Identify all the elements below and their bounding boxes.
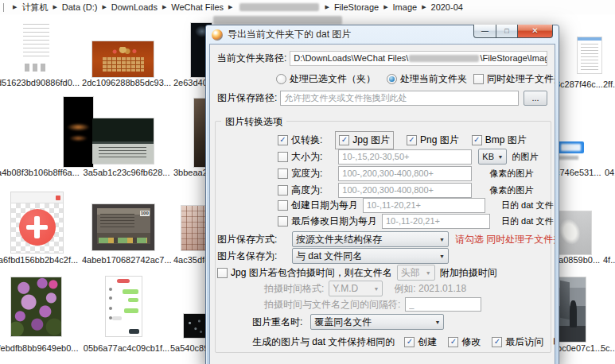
redacted-path-segment (409, 55, 479, 62)
size-unit-select[interactable]: KB ▼ (478, 149, 507, 165)
duplicate-name-row: 图片重名时: 覆盖同名文件 ▼ (252, 314, 444, 330)
checkbox-icon (473, 74, 484, 84)
file-thumbnail-gray-object[interactable] (557, 211, 591, 254)
keep-modify-checkbox[interactable]: ✓ 修改 (448, 335, 481, 349)
breadcrumb-item-computer[interactable]: 计算机 (21, 2, 48, 14)
file-thumbnail-document-photo[interactable] (92, 118, 154, 164)
modified-suffix-label: 日的 dat 文件 (501, 215, 553, 227)
save-path-input[interactable] (280, 91, 519, 106)
modified-date-filter-row: 最后修改日期为每月 日的 dat 文件 (278, 213, 553, 229)
maximize-icon: □ (504, 28, 508, 35)
file-name[interactable]: febdfb8bb9649eb0... (0, 343, 86, 353)
jpg-label: Jpg 图片 (352, 134, 390, 147)
created-date-input[interactable] (363, 198, 485, 213)
file-name[interactable]: 4abeb170682742ac7... (82, 255, 171, 265)
height-range-input[interactable] (338, 183, 472, 198)
file-name[interactable]: 8a0859b0... (554, 255, 600, 265)
file-name[interactable]: a6fbd156bb2b4c2f... (0, 255, 86, 265)
height-checkbox[interactable]: 高度为: (278, 184, 322, 197)
chat-avatar-art (109, 307, 112, 310)
file-thumbnail-night-lights[interactable] (64, 97, 93, 167)
breadcrumb-item-filestorage[interactable]: FileStorage (334, 2, 379, 12)
name-mode-select[interactable]: 与 dat 文件同名 ▼ (292, 248, 449, 264)
width-label: 宽度为: (291, 167, 322, 180)
separator-input[interactable] (405, 297, 481, 312)
png-label: Png 图片 (420, 134, 459, 147)
size-checkbox[interactable]: 大小为: (278, 150, 322, 164)
app-titlebar-art (11, 192, 63, 203)
maximize-button[interactable]: □ (496, 25, 518, 38)
png-checkbox[interactable]: ✓ Png 图片 (407, 134, 459, 147)
radio-process-selected[interactable]: 处理已选文件（夹） (276, 72, 376, 86)
file-name[interactable]: 05b6a77ac4c09cb1f... (82, 343, 171, 353)
modified-date-input[interactable] (382, 214, 490, 229)
save-mode-hint: 请勾选 同时处理子文件夹 (455, 233, 555, 246)
file-name[interactable]: c746e531... (555, 168, 601, 177)
created-date-checkbox[interactable]: 创建日期为每月 (278, 199, 358, 212)
breadcrumb-arrow-icon: ▶ (102, 4, 106, 10)
size-filter-row: 大小为: KB ▼ 的图片 (278, 149, 538, 165)
modified-date-label: 最后修改日期为每月 (291, 215, 377, 228)
name-mode-value: 与 dat 文件同名 (296, 250, 436, 263)
breadcrumb-item-redacted-account[interactable] (239, 3, 319, 11)
radio-process-current-folder[interactable]: 处理当前文件夹 (387, 72, 467, 86)
browse-button[interactable]: ... (524, 91, 547, 106)
file-thumbnail-card-photo[interactable]: 100 (92, 204, 154, 250)
width-range-input[interactable] (338, 166, 472, 181)
breadcrumb-arrow-icon: ▶ (228, 4, 232, 10)
file-name[interactable]: 7bc0e07c1... (552, 343, 602, 353)
app-sphere-icon (212, 29, 223, 41)
breadcrumb-item-image[interactable]: Image (393, 2, 418, 12)
file-name[interactable]: 2dc1096288b85dc93... (82, 78, 171, 87)
width-checkbox[interactable]: 宽度为: (278, 167, 322, 180)
file-thumbnail-phone-screenshot[interactable] (578, 37, 601, 73)
file-thumbnail-street-scene[interactable] (559, 277, 586, 342)
exif-time-checkbox[interactable]: Jpg 图片若包含拍摄时间，则在文件名 (217, 266, 392, 280)
only-convert-checkbox[interactable]: ✓ 仅转换: (278, 134, 322, 147)
file-thumbnail-chat-screenshot[interactable] (106, 277, 142, 336)
keep-access-checkbox[interactable]: ✓ 最后访问 (492, 335, 543, 349)
file-name[interactable]: d51623bd90886fd0... (0, 78, 86, 87)
breadcrumb-item-2020-04[interactable]: 2020-04 (431, 2, 463, 12)
file-thumbnail-small-dark[interactable] (184, 314, 205, 338)
file-name[interactable]: 5c... (601, 343, 615, 353)
exif-position-select[interactable]: 头部 ▼ (397, 265, 435, 281)
minimize-button[interactable]: — (473, 25, 496, 38)
export-dat-dialog: 导出当前文件夹下的 dat 图片 — □ ✕ 当前文件夹路径: D:\DownL… (205, 25, 559, 364)
subfolder-checkbox[interactable]: 同时处理子文件夹 (473, 72, 555, 86)
file-name[interactable]: 04... (605, 168, 615, 177)
size-range-input[interactable] (338, 149, 472, 165)
close-button[interactable]: ✕ (518, 25, 553, 38)
current-path-row: 当前文件夹路径: D:\DownLoads\WeChat Files\ \Fil… (217, 50, 547, 66)
time-format-select[interactable]: Y.M.D ▼ (329, 281, 383, 296)
jpg-checkbox[interactable]: ✓ Jpg 图片 (335, 131, 394, 149)
duplicate-name-select[interactable]: 覆盖同名文件 ▼ (310, 314, 444, 330)
file-thumbnail-red-plus[interactable] (11, 192, 63, 253)
file-name[interactable]: 2ff... (603, 79, 615, 89)
file-thumbnail-document[interactable] (19, 19, 54, 78)
file-name[interactable]: 3a5ab1c23c96fb628... (82, 168, 171, 177)
breadcrumb-item-wechat-files[interactable]: WeChat Files (171, 2, 224, 12)
checkbox-icon-checked: ✓ (404, 337, 415, 347)
checkbox-icon (278, 185, 288, 196)
file-thumbnail-orange-keyboard[interactable] (92, 41, 154, 77)
save-mode-select[interactable]: 按源文件夹结构保存 ▼ (292, 231, 449, 247)
modified-date-checkbox[interactable]: 最后修改日期为每月 (278, 215, 377, 228)
keep-create-checkbox[interactable]: ✓ 创建 (404, 335, 437, 349)
keep-timestamps-label: 生成的图片与 dat 文件保持相同的 (252, 335, 395, 349)
breadcrumb-item-downloads[interactable]: DownLoads (111, 2, 158, 12)
exif-position-value: 头部 (401, 266, 422, 280)
window-controls: — □ ✕ (473, 25, 553, 38)
breadcrumb-item-drive[interactable]: Data (D:) (62, 2, 98, 12)
chat-bubble-art (128, 298, 139, 302)
file-thumbnail-flowers[interactable] (11, 277, 61, 336)
keyboard-keys-art (103, 57, 144, 72)
file-name[interactable]: 4f... (603, 255, 615, 265)
height-filter-row: 高度为: 像素的图片 (278, 182, 533, 198)
file-name[interactable]: a4b08f3b106b8ff6a... (0, 168, 86, 177)
bmp-checkbox[interactable]: ✓ Bmp 图片 (472, 134, 527, 147)
dialog-titlebar[interactable]: 导出当前文件夹下的 dat 图片 — □ ✕ (209, 25, 555, 44)
exif-suffix-label: 附加拍摄时间 (440, 266, 497, 280)
selected-file-highlight[interactable] (558, 141, 584, 153)
file-name[interactable]: 3c287f46c... (555, 79, 603, 89)
